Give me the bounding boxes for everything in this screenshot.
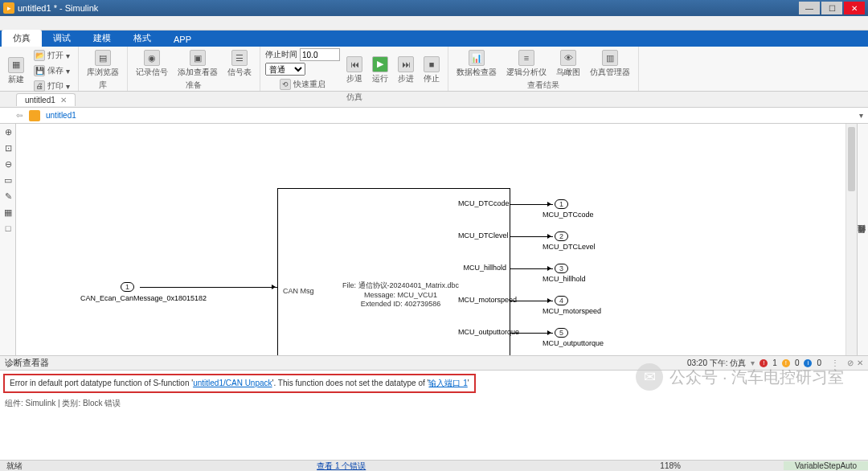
maximize-button[interactable]: ☐ (821, 2, 842, 14)
status-bar: 就绪 查看 1 个错误 118% VariableStepAuto (0, 460, 868, 471)
annotate-button[interactable]: ✎ (0, 188, 16, 204)
stoptime-input[interactable] (300, 48, 340, 61)
outport-4[interactable]: 4 (555, 295, 568, 305)
error-count: 1 (772, 358, 777, 367)
outport-3[interactable]: 3 (555, 263, 568, 273)
sim-manager-button[interactable]: ▥仿真管理器 (587, 48, 633, 80)
error-link-block[interactable]: untitled1/CAN Unpack (193, 379, 272, 387)
step-fwd-button[interactable]: ⏭步进 (395, 55, 417, 86)
diagnostic-viewer: 诊断查看器 03:20 下午: 仿真 ▾ !1 !0 i0 ⋮ ⊘ ✕ Erro… (0, 355, 868, 460)
output-signal-label: MCU_hillhold (458, 264, 506, 272)
tab-sim[interactable]: 仿真 (2, 30, 42, 47)
save-icon: 💾 (34, 65, 45, 76)
ribbon-prep-label: 准备 (133, 80, 255, 91)
area-button[interactable]: □ (0, 220, 16, 236)
ribbon-review-group: 📊数据检查器 ≡逻辑分析仪 👁鸟瞰图 ▥仿真管理器 查看结果 (448, 47, 639, 91)
image-button[interactable]: ▦ (0, 204, 16, 220)
error-count-icon[interactable]: ! (760, 359, 768, 367)
output-signal-label: MCU_motorspeed (458, 296, 506, 304)
ribbon-lib-label: 库 (84, 80, 122, 91)
scrollbar-thumb[interactable] (848, 127, 855, 191)
tab-format[interactable]: 格式 (122, 30, 162, 47)
canvas-scrollbar[interactable] (845, 124, 857, 355)
new-button[interactable]: ▦新建 (5, 55, 27, 87)
back-button[interactable]: ⇦ (16, 111, 23, 120)
tab-model[interactable]: 建模 (82, 30, 122, 47)
breadcrumb-dropdown[interactable]: ▾ (854, 111, 868, 120)
diag-time: 03:20 下午: 仿真 (687, 358, 746, 369)
zoom-out-button[interactable]: ⊖ (0, 156, 16, 172)
ribbon: ▦新建 📂打开 ▾ 💾保存 ▾ 🖨打印 ▾ 文件 ▤库浏览器 库 ◉记录信号 ▣… (0, 47, 868, 92)
file-tab[interactable]: untitled1 ✕ (16, 93, 76, 106)
app-icon: ▸ (3, 2, 14, 14)
canvas-toolbar: ⊕ ⊡ ⊖ ▭ ✎ ▦ □ (0, 124, 16, 355)
stop-icon: ■ (424, 56, 440, 72)
birdseye-icon: 👁 (560, 50, 576, 66)
manager-icon: ▥ (602, 50, 618, 66)
save-button[interactable]: 💾保存 ▾ (31, 63, 73, 78)
info-count: 0 (817, 358, 821, 367)
inport-1[interactable]: 1 (121, 281, 134, 292)
data-inspector-button[interactable]: 📊数据检查器 (453, 48, 500, 80)
fit-button[interactable]: ⊡ (0, 140, 16, 156)
outport-1[interactable]: 1 (555, 199, 568, 209)
ribbon-sim-group: 停止时间 普通 ⟲快速重启 ⏮步退 ▶运行 ⏭步进 ■停止 仿真 (260, 47, 448, 91)
add-viewer-button[interactable]: ▣添加查看器 (174, 48, 221, 80)
stepfwd-icon: ⏭ (398, 56, 414, 72)
minimize-button[interactable]: — (799, 2, 820, 14)
open-button[interactable]: 📂打开 ▾ (31, 48, 73, 63)
stepback-icon: ⏮ (346, 56, 362, 72)
signal-line-in (140, 287, 277, 288)
error-link-port[interactable]: 输入端口 1 (428, 379, 467, 387)
window-titlebar: ▸ untitled1 * - Simulink — ☐ ✕ (0, 0, 868, 16)
signal-line-out (510, 268, 553, 269)
right-panel-strip[interactable]: 属性检查器 (857, 124, 868, 355)
new-icon: ▦ (8, 57, 24, 73)
model-canvas[interactable]: CAN Msg File: 通信协议-20240401_Matrix.dbc M… (16, 124, 857, 355)
signal-table-button[interactable]: ☰信号表 (224, 48, 255, 80)
info-count-icon[interactable]: i (804, 359, 812, 367)
zoom-in-button[interactable]: ⊕ (0, 124, 16, 140)
stop-button[interactable]: ■停止 (420, 55, 443, 86)
sim-mode-select[interactable]: 普通 (265, 63, 305, 76)
birdseye-button[interactable]: 👁鸟瞰图 (553, 48, 583, 80)
close-tab-icon[interactable]: ✕ (60, 96, 67, 104)
logic-analyzer-button[interactable]: ≡逻辑分析仪 (503, 48, 550, 80)
block-info: File: 通信协议-20240401_Matrix.dbc Message: … (342, 281, 459, 309)
analyzer-icon: ≡ (518, 50, 534, 66)
tab-debug[interactable]: 调试 (42, 30, 82, 47)
breadcrumb-bar: ⇦ untitled1 ▾ (0, 108, 868, 124)
outport-2[interactable]: 2 (555, 231, 568, 241)
diag-close-button[interactable]: ✕ (857, 358, 863, 367)
status-zoom: 118% (653, 461, 687, 470)
log-signal-button[interactable]: ◉记录信号 (133, 48, 171, 80)
block-input-label: CAN Msg (283, 287, 314, 295)
close-button[interactable]: ✕ (844, 2, 865, 14)
ribbon-file-group: ▦新建 📂打开 ▾ 💾保存 ▾ 🖨打印 ▾ 文件 (0, 47, 79, 91)
ribbon-prep-group: ◉记录信号 ▣添加查看器 ☰信号表 准备 (128, 47, 260, 91)
warn-count-icon[interactable]: ! (782, 359, 790, 367)
library-browser-button[interactable]: ▤库浏览器 (84, 48, 122, 80)
output-signal-label: MCU_outputtorque (458, 328, 506, 336)
tab-app[interactable]: APP (162, 32, 203, 47)
hide-button[interactable]: ▭ (0, 172, 16, 188)
table-icon: ☰ (231, 50, 248, 66)
step-back-button[interactable]: ⏮步退 (343, 55, 366, 86)
status-solver[interactable]: VariableStepAuto (784, 461, 868, 470)
stoptime-label: 停止时间 (265, 49, 297, 60)
outport-label: MCU_outputtorque (542, 339, 604, 347)
signal-line-out (510, 236, 553, 237)
outport-5[interactable]: 5 (555, 327, 568, 338)
run-button[interactable]: ▶运行 (369, 55, 391, 86)
ribbon-tabs: 仿真 调试 建模 格式 APP (0, 31, 868, 47)
ribbon-lib-group: ▤库浏览器 库 (79, 47, 128, 91)
print-button[interactable]: 🖨打印 ▾ (31, 79, 73, 93)
ribbon-sim-label: 仿真 (265, 92, 443, 103)
fast-restart-button[interactable]: ⟲快速重启 (265, 77, 340, 92)
diag-collapse-button[interactable]: ⊘ (847, 358, 854, 367)
menu-strip (0, 16, 868, 31)
status-error-link[interactable]: 查看 1 个错误 (310, 461, 372, 472)
breadcrumb-item[interactable]: untitled1 (43, 111, 80, 120)
outport-label: MCU_DTCLevel (542, 243, 596, 251)
play-icon: ▶ (372, 56, 388, 72)
